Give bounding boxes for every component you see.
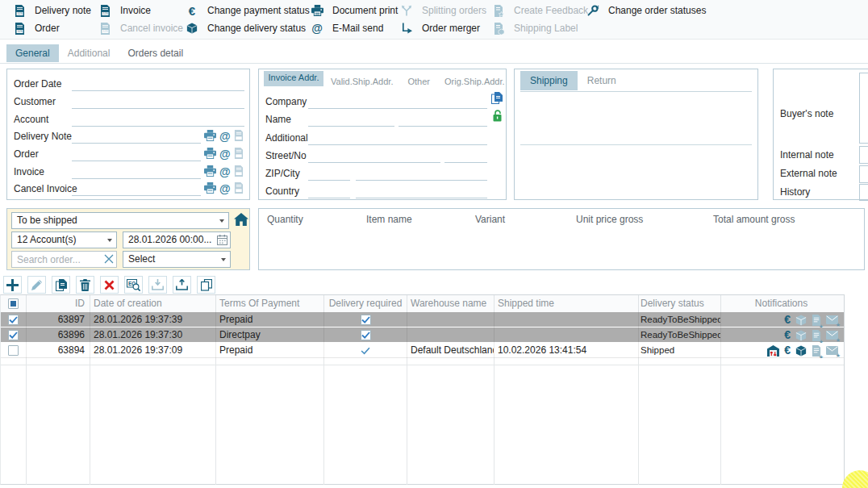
tab-shipping[interactable]: Shipping [520, 71, 578, 90]
street-field[interactable] [308, 148, 440, 163]
date-filter-field[interactable]: 28.01.2026 00:00... [123, 231, 231, 248]
email-invoice-icon[interactable]: @ [219, 166, 231, 178]
col-header-id[interactable]: ID [26, 295, 90, 312]
tab-orig-ship-addr[interactable]: Orig.Ship.Addr. [437, 71, 512, 86]
email-delivery-note-icon[interactable]: @ [219, 131, 231, 143]
toolbar-change-order-statuses[interactable]: Change order statuses [585, 3, 706, 18]
email-cancel-invoice-icon[interactable]: @ [219, 183, 231, 195]
tab-additional[interactable]: Additional [59, 44, 119, 62]
home-icon[interactable] [234, 213, 248, 228]
invoice-doc-icon[interactable] [234, 165, 244, 179]
print-invoice-icon[interactable] [204, 165, 216, 179]
order-search-input[interactable] [11, 251, 117, 268]
edit-order-button[interactable] [27, 276, 46, 294]
select-all-checkbox[interactable] [1, 295, 26, 312]
merge-arrow-icon [399, 23, 415, 34]
name-first-field[interactable] [308, 111, 394, 127]
print-order-icon[interactable] [204, 148, 216, 161]
tab-invoice-addr[interactable]: Invoice Addr. [264, 71, 323, 86]
invoice-field[interactable] [72, 164, 201, 179]
toolbar-change-payment-status[interactable]: € Change payment status [184, 3, 310, 18]
print-cancel-invoice-icon[interactable] [204, 182, 216, 196]
cell-delivery-status: ReadyToBeShipped [638, 327, 720, 343]
toolbar-document-print[interactable]: Document print [309, 3, 398, 18]
col-header-shipped-time[interactable]: Shipped time [494, 295, 638, 312]
tab-general[interactable]: General [6, 44, 59, 62]
city-field[interactable] [356, 165, 487, 181]
duplicate-page-button[interactable] [197, 276, 215, 294]
cancel-invoice-doc-icon[interactable] [234, 182, 244, 196]
cell-terms-of-payment: Prepaid [215, 343, 323, 358]
cancel-invoice-field[interactable] [72, 181, 201, 196]
tab-valid-ship-addr[interactable]: Valid.Ship.Addr. [323, 71, 400, 86]
col-header-date-of-creation[interactable]: Date of creation [90, 295, 215, 312]
order-date-field[interactable] [72, 76, 244, 91]
street-number-field[interactable] [444, 148, 487, 163]
zip-field[interactable] [308, 165, 350, 181]
toolbar-invoice[interactable]: 123 Invoice [97, 3, 151, 18]
toolbar-order-merger[interactable]: Order merger [399, 21, 480, 35]
tab-return[interactable]: Return [578, 71, 626, 90]
history-field[interactable] [859, 184, 868, 201]
delete-order-button[interactable] [76, 276, 94, 294]
cancel-order-button[interactable] [100, 276, 119, 294]
clear-search-icon[interactable] [104, 254, 114, 266]
external-note-field[interactable] [859, 165, 868, 183]
cell-delivery-required[interactable] [323, 312, 407, 327]
copy-order-button[interactable] [52, 276, 70, 294]
additional-field[interactable] [308, 130, 487, 145]
status-filter-value: To be shipped [17, 215, 77, 226]
country-code-field[interactable] [308, 183, 350, 198]
detail-search-button[interactable]: EQ [124, 276, 143, 294]
col-header-terms-of-payment[interactable]: Terms Of Payment [215, 295, 323, 312]
internal-note-field[interactable] [859, 146, 868, 164]
status-filter-dropdown[interactable]: To be shipped [11, 212, 229, 229]
toolbar-order[interactable]: 123 Order [11, 21, 60, 35]
items-col-total-amount: Total amount gross [713, 214, 795, 225]
country-name-field[interactable] [356, 183, 487, 198]
external-note-label: External note [780, 165, 837, 181]
toolbar-delivery-note[interactable]: 123 Delivery note [11, 3, 91, 18]
account-field[interactable] [72, 111, 244, 127]
export-button[interactable] [173, 276, 191, 294]
order-row-63897[interactable]: 63897 28.01.2026 19:37:39 Prepaid ReadyT… [1, 312, 844, 327]
customer-field[interactable] [72, 94, 244, 109]
col-header-notifications[interactable]: Notifications [720, 295, 844, 312]
main-toolbar: 123 Delivery note 123 Invoice € Change p… [0, 0, 868, 40]
calendar-icon[interactable] [217, 235, 227, 248]
company-field[interactable] [308, 94, 487, 109]
order-doc-icon[interactable] [234, 148, 244, 161]
col-header-delivery-status[interactable]: Delivery status [638, 295, 720, 312]
order-row-63896[interactable]: 63896 28.01.2026 19:37:30 Directpay Read… [1, 327, 844, 343]
email-order-icon[interactable]: @ [219, 148, 231, 161]
order-row-63894[interactable]: 63894 28.01.2026 19:37:09 Prepaid Defaul… [1, 343, 844, 358]
row-checkbox[interactable] [1, 343, 26, 358]
shipping-detail-area [520, 148, 752, 196]
select-filter-dropdown[interactable]: Select [123, 251, 231, 268]
unlock-icon[interactable] [492, 110, 503, 124]
account-filter-dropdown[interactable]: 12 Account(s) [11, 231, 117, 248]
order-search-box [11, 251, 117, 268]
order-form-panel: Order Date Customer Account Delivery Not… [6, 69, 250, 200]
buyers-note-field[interactable] [859, 73, 868, 144]
delivery-note-doc-icon[interactable] [234, 130, 244, 144]
tab-other-addr[interactable]: Other [400, 71, 437, 86]
col-header-delivery-required[interactable]: Delivery required [323, 295, 407, 312]
print-delivery-note-icon[interactable] [204, 130, 216, 144]
toolbar-email-send[interactable]: @ E-Mail send [309, 21, 383, 35]
row-checkbox[interactable] [1, 312, 26, 327]
col-header-warehouse-name[interactable]: Warehouse name [407, 295, 494, 312]
cell-delivery-required[interactable] [323, 327, 407, 343]
delivery-note-field[interactable] [72, 128, 201, 144]
toolbar-change-delivery-status[interactable]: Change delivery status [184, 21, 306, 35]
company-label: Company [265, 94, 307, 110]
copy-address-icon[interactable] [491, 92, 503, 106]
payment-euro-icon: € [784, 329, 791, 341]
order-field[interactable] [72, 146, 201, 161]
cell-delivery-required[interactable] [323, 343, 407, 358]
import-button[interactable] [148, 276, 167, 294]
add-order-button[interactable] [3, 276, 22, 294]
tab-orders-detail[interactable]: Orders detail [119, 44, 192, 62]
row-checkbox[interactable] [1, 327, 26, 343]
name-last-field[interactable] [399, 111, 487, 127]
